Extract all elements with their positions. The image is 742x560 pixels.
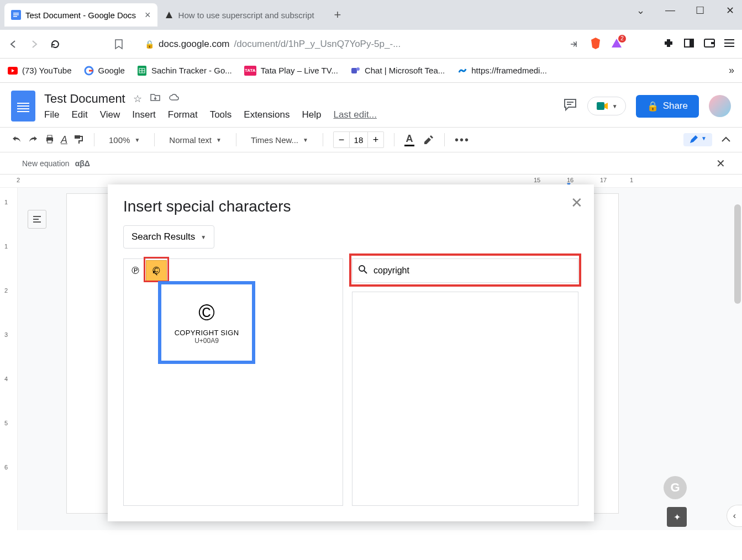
char-result-p[interactable]: ℗ xyxy=(125,260,146,281)
character-tooltip: © COPYRIGHT SIGN U+00A9 xyxy=(158,281,255,364)
pencil-icon xyxy=(689,135,698,144)
bookmark-tataplay[interactable]: TATATata Play – Live TV... xyxy=(244,66,338,76)
undo-icon[interactable] xyxy=(11,135,22,145)
menu-format[interactable]: Format xyxy=(168,109,198,120)
brave-icon[interactable] xyxy=(590,36,602,52)
reload-button[interactable] xyxy=(50,39,61,50)
forward-button[interactable] xyxy=(29,39,40,50)
equation-toolbar: New equation αβΔ ✕ xyxy=(0,152,742,175)
zoom-select[interactable]: 100%▼ xyxy=(104,133,144,147)
decrease-font-button[interactable]: − xyxy=(334,132,349,147)
bookmark-google[interactable]: Google xyxy=(84,66,125,76)
menu-edit[interactable]: Edit xyxy=(71,109,87,120)
cloud-icon[interactable] xyxy=(169,93,181,105)
tabsearch-icon[interactable]: ⌄ xyxy=(634,4,647,17)
svg-rect-20 xyxy=(351,68,357,73)
svg-rect-29 xyxy=(75,135,80,139)
close-icon[interactable]: × xyxy=(145,9,151,21)
draw-character-box[interactable] xyxy=(352,292,578,506)
ext-badge: 2 xyxy=(618,35,626,43)
docs-favicon xyxy=(11,10,21,20)
close-equation-icon[interactable]: ✕ xyxy=(716,157,725,170)
docs-header: Test Document ☆ File Edit View Insert Fo… xyxy=(0,83,742,121)
outline-button[interactable] xyxy=(28,210,46,229)
tab-inactive[interactable]: How to use superscript and subscript xyxy=(157,3,321,27)
tooltip-glyph: © xyxy=(198,300,214,325)
text-color-button[interactable]: A xyxy=(404,133,414,146)
highlight-icon[interactable] xyxy=(422,133,434,147)
char-result-copyright[interactable]: © ↖ xyxy=(146,260,167,281)
last-edit-link[interactable]: Last edit... xyxy=(333,109,376,120)
search-icon xyxy=(358,265,368,277)
bookmark-sheets[interactable]: Sachin Tracker - Go... xyxy=(137,66,232,76)
share-url-icon[interactable] xyxy=(569,39,580,50)
increase-font-button[interactable]: + xyxy=(368,132,383,147)
grammarly-icon[interactable]: G xyxy=(664,476,687,499)
omnibox[interactable]: 🔒 docs.google.com/document/d/1hP_y_UsnQ7… xyxy=(139,39,553,50)
meet-icon xyxy=(596,101,609,112)
menubar: File Edit View Insert Format Tools Exten… xyxy=(44,109,554,120)
comments-icon[interactable] xyxy=(563,97,577,115)
tab-title: Test Document - Google Docs xyxy=(25,10,136,20)
star-icon[interactable]: ☆ xyxy=(133,93,142,105)
svg-marker-4 xyxy=(166,12,172,18)
vertical-ruler[interactable]: 1 1 2 3 4 5 6 xyxy=(0,188,18,530)
back-button[interactable] xyxy=(8,39,19,50)
menu-tools[interactable]: Tools xyxy=(210,109,232,120)
new-equation-label[interactable]: New equation xyxy=(22,159,70,168)
svg-marker-25 xyxy=(604,103,608,109)
menu-help[interactable]: Help xyxy=(302,109,321,120)
more-icon[interactable]: ••• xyxy=(455,134,470,146)
bookmarks-bar: (73) YouTube Google Sachin Tracker - Go.… xyxy=(0,59,742,83)
document-title[interactable]: Test Document xyxy=(44,92,125,106)
site-favicon xyxy=(164,10,174,20)
close-window-icon[interactable]: ✕ xyxy=(723,4,736,17)
dialog-close-icon[interactable]: ✕ xyxy=(571,194,583,212)
chevron-down-icon: ▼ xyxy=(201,234,206,240)
category-dropdown[interactable]: Search Results ▼ xyxy=(123,225,214,249)
extension-triangle-icon[interactable]: 2 xyxy=(611,37,623,51)
collapse-icon[interactable] xyxy=(721,135,731,145)
redo-icon[interactable] xyxy=(28,135,39,145)
docs-logo-icon[interactable] xyxy=(11,91,35,121)
meet-button[interactable]: ▼ xyxy=(587,97,626,115)
svg-rect-28 xyxy=(48,140,52,143)
svg-rect-2 xyxy=(13,14,19,15)
wallet-icon[interactable] xyxy=(703,38,715,50)
bookmark-teams[interactable]: Chat | Microsoft Tea... xyxy=(350,66,445,76)
svg-line-34 xyxy=(364,271,367,273)
maximize-icon[interactable]: ☐ xyxy=(693,4,707,17)
window-controls: ⌄ — ☐ ✕ xyxy=(634,4,736,17)
bookmark-icon[interactable] xyxy=(114,39,124,50)
tab-active[interactable]: Test Document - Google Docs × xyxy=(4,3,157,27)
menu-icon[interactable] xyxy=(724,38,734,50)
bookmark-youtube[interactable]: (73) YouTube xyxy=(8,66,72,76)
sidepanel-icon[interactable] xyxy=(683,38,694,51)
account-avatar[interactable] xyxy=(709,95,731,117)
tab-title: How to use superscript and subscript xyxy=(178,10,314,20)
nav-bar: 🔒 docs.google.com/document/d/1hP_y_UsnQ7… xyxy=(0,30,742,59)
bookmarks-overflow-icon[interactable]: » xyxy=(729,65,734,76)
extensions-icon[interactable] xyxy=(662,37,675,51)
print-icon[interactable] xyxy=(44,134,55,146)
minimize-icon[interactable]: — xyxy=(664,4,677,17)
menu-file[interactable]: File xyxy=(44,109,59,120)
explore-button[interactable]: ✦ xyxy=(667,507,687,527)
editing-mode-button[interactable]: ▼ xyxy=(683,133,712,146)
paint-format-icon[interactable] xyxy=(73,134,84,146)
menu-extensions[interactable]: Extensions xyxy=(244,109,290,120)
character-search-input[interactable] xyxy=(373,266,572,276)
svg-point-33 xyxy=(359,266,365,271)
bookmark-framedmedi[interactable]: https://framedmedi... xyxy=(457,66,547,76)
font-size-input[interactable] xyxy=(349,132,368,147)
menu-insert[interactable]: Insert xyxy=(132,109,156,120)
style-select[interactable]: Normal text▼ xyxy=(165,133,226,147)
eq-greek[interactable]: αβΔ xyxy=(75,159,90,168)
move-icon[interactable] xyxy=(150,93,161,105)
spellcheck-icon[interactable]: A xyxy=(61,134,67,146)
new-tab-button[interactable]: + xyxy=(330,6,346,24)
scrollbar-thumb[interactable] xyxy=(734,204,741,304)
share-button[interactable]: 🔒 Share xyxy=(636,95,699,118)
font-select[interactable]: Times New...▼ xyxy=(246,133,313,147)
menu-view[interactable]: View xyxy=(100,109,120,120)
